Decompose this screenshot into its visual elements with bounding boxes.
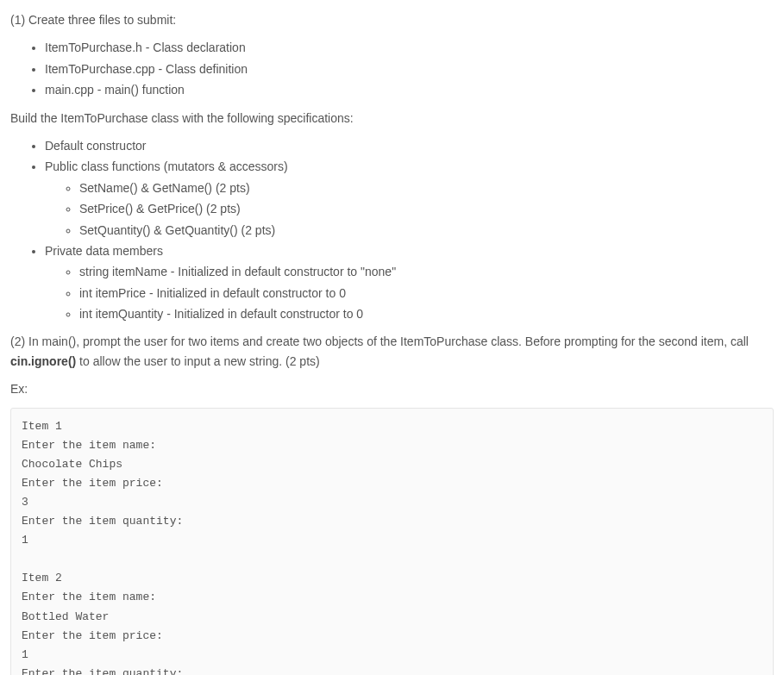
list-item-label: Public class functions (mutators & acces… <box>45 159 288 173</box>
list-item: Private data members string itemName - I… <box>45 241 774 324</box>
step1-intro: (1) Create three files to submit: <box>10 10 774 29</box>
list-item: Default constructor <box>45 136 774 155</box>
list-item: int itemPrice - Initialized in default c… <box>79 284 774 303</box>
step2-strong-text: cin.ignore() <box>10 354 76 368</box>
list-item: ItemToPurchase.cpp - Class definition <box>45 59 774 78</box>
example-label: Ex: <box>10 379 774 398</box>
list-item: SetQuantity() & GetQuantity() (2 pts) <box>79 221 774 240</box>
list-item: string itemName - Initialized in default… <box>79 262 774 281</box>
private-members-list: string itemName - Initialized in default… <box>45 262 774 323</box>
list-item: SetPrice() & GetPrice() (2 pts) <box>79 199 774 218</box>
list-item: SetName() & GetName() (2 pts) <box>79 178 774 197</box>
build-intro: Build the ItemToPurchase class with the … <box>10 109 774 128</box>
files-list: ItemToPurchase.h - Class declaration Ite… <box>10 38 774 99</box>
list-item: Public class functions (mutators & acces… <box>45 157 774 240</box>
list-item: int itemQuantity - Initialized in defaul… <box>79 304 774 323</box>
list-item: ItemToPurchase.h - Class declaration <box>45 38 774 57</box>
step2-paragraph: (2) In main(), prompt the user for two i… <box>10 332 774 371</box>
list-item: main.cpp - main() function <box>45 80 774 99</box>
code-example-block: Item 1 Enter the item name: Chocolate Ch… <box>10 408 774 675</box>
public-functions-list: SetName() & GetName() (2 pts) SetPrice()… <box>45 178 774 240</box>
step2-text-before: (2) In main(), prompt the user for two i… <box>10 334 749 348</box>
list-item-label: Private data members <box>45 244 163 258</box>
specifications-list: Default constructor Public class functio… <box>10 136 774 324</box>
step2-text-after: to allow the user to input a new string.… <box>76 354 319 368</box>
